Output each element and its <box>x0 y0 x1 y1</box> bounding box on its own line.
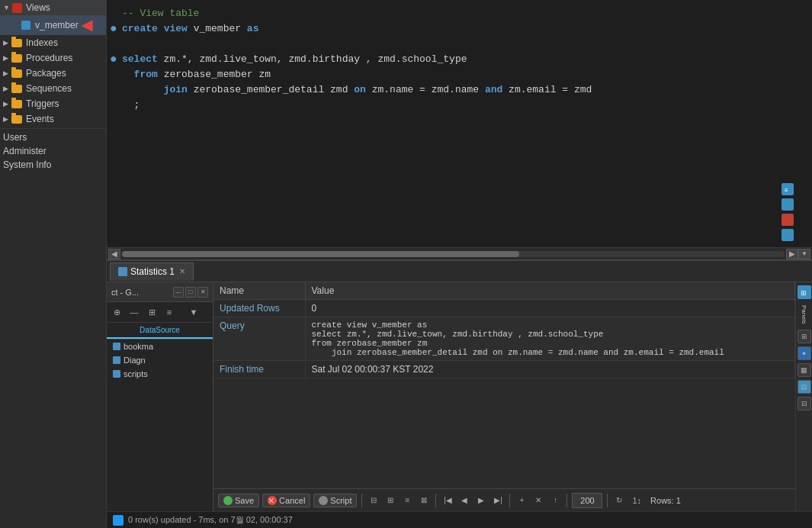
scroll-down-btn[interactable]: ▼ <box>798 249 810 259</box>
left-sub-item-bookma[interactable]: bookma <box>107 340 213 353</box>
nav-first-btn[interactable]: |◀ <box>441 494 454 507</box>
sidebar-views-label: Views <box>26 2 50 13</box>
code-content-4: select zm.*, zmd.live_town, zmd.birthday… <box>122 52 809 67</box>
finish-time-name: Finish time <box>213 361 305 378</box>
panel-minimize-btn[interactable]: — <box>173 287 184 298</box>
code-line-7: ; <box>110 98 809 113</box>
right-icon-2[interactable]: ⊞ <box>798 330 811 343</box>
save-label: Save <box>235 496 254 505</box>
sidebar-divider <box>0 128 106 129</box>
bottom-split: ct - G... — □ ✕ ⊕ — ⊞ ≡ <box>107 282 812 511</box>
nav-group-btn[interactable]: ≡ <box>400 494 414 507</box>
sidebar-item-packages[interactable]: ▶ Packages <box>0 66 106 81</box>
nav-add-btn[interactable]: + <box>515 494 528 507</box>
sidebar-item-triggers[interactable]: ▶ Triggers <box>0 96 106 111</box>
right-icon-5[interactable]: ▤ <box>798 380 811 394</box>
panel-maximize-btn[interactable]: □ <box>185 287 196 298</box>
sequences-icon <box>11 82 23 95</box>
scroll-left-arrow[interactable]: ◀ <box>108 249 120 259</box>
sidebar-item-vmember[interactable]: v_member ◀ <box>0 15 106 35</box>
script-label: Script <box>330 496 351 505</box>
procedures-icon <box>11 52 23 64</box>
editor-icon-3[interactable] <box>782 214 794 226</box>
sidebar-item-sequences[interactable]: ▶ Sequences <box>0 81 106 96</box>
tab-statistics[interactable]: Statistics 1 ✕ <box>110 262 194 281</box>
nav-refresh-btn[interactable]: ↻ <box>612 494 626 507</box>
tab-close-btn[interactable]: ✕ <box>179 267 185 275</box>
left-sub-item-diagn[interactable]: Diagn <box>107 353 213 367</box>
datasource-tab[interactable]: DataSource <box>107 323 213 339</box>
right-icon-4[interactable]: ▦ <box>798 363 811 377</box>
nav-up-btn[interactable]: ↑ <box>548 494 562 507</box>
cancel-label: Cancel <box>279 496 305 505</box>
scroll-track[interactable] <box>122 251 785 257</box>
sidebar-item-sysinfo[interactable]: System Info <box>0 158 106 172</box>
right-icon-1[interactable]: ⊞ <box>798 285 811 299</box>
code-editor[interactable]: -- View table ● create view v_member as … <box>107 0 812 247</box>
sub-btn-4[interactable]: ≡ <box>161 304 178 320</box>
status-text: 0 row(s) updated - 7ms, on 7월 02, 00:00:… <box>128 514 293 526</box>
sub-btn-3[interactable]: ⊞ <box>143 304 160 320</box>
expand-arrow8: ▶ <box>3 115 11 123</box>
sidebar-item-users[interactable]: Users <box>0 130 106 144</box>
sub-btn-2[interactable]: — <box>126 304 143 320</box>
table-header-row: Name Value <box>213 282 795 300</box>
bottom-left-panel: ct - G... — □ ✕ ⊕ — ⊞ ≡ <box>107 282 213 511</box>
sidebar-item-administer[interactable]: Administer <box>0 144 106 158</box>
sidebar-item-indexes[interactable]: ▶ Indexes <box>0 35 106 50</box>
status-icon <box>113 515 124 526</box>
right-panel-icons: ⊞ Panels ⊞ ● ▦ ▤ ⊟ <box>795 282 812 511</box>
code-content-2: create view v_member as <box>122 21 809 37</box>
finish-time-value: Sat Jul 02 00:00:37 KST 2022 <box>305 361 795 378</box>
rows-count-label: 1↕ <box>632 496 641 505</box>
code-line-5: from zerobase_member zm <box>110 67 809 82</box>
red-arrow-indicator: ◀ <box>82 17 92 34</box>
expand-arrow2 <box>12 21 20 29</box>
sub-btn-5[interactable]: ▼ <box>178 304 209 320</box>
sidebar-item-views[interactable]: ▼ Views <box>0 0 106 15</box>
table-row-query: Query create view v_member as select zm.… <box>213 317 795 361</box>
save-icon <box>223 496 233 505</box>
gutter-1 <box>110 6 122 8</box>
nav-sort-btn[interactable]: ⊞ <box>384 494 397 507</box>
updated-rows-value: 0 <box>305 300 795 317</box>
sidebar: ▼ Views v_member ◀ ▶ Indexes <box>0 0 107 528</box>
editor-icon-2[interactable] <box>782 198 794 211</box>
cancel-button[interactable]: ✕ Cancel <box>262 494 310 507</box>
rows-per-page-input[interactable] <box>572 493 602 508</box>
app: ▼ Views v_member ◀ ▶ Indexes <box>0 0 812 528</box>
right-icon-6[interactable]: ⊟ <box>798 397 811 410</box>
nav-last-btn[interactable]: ▶| <box>491 494 505 507</box>
editor-icon-1[interactable]: ≡ <box>782 183 794 195</box>
bottom-panel: Statistics 1 ✕ ct - G... — □ ✕ <box>107 259 812 511</box>
editor-icon-4[interactable] <box>782 229 794 241</box>
scroll-right-arrow[interactable]: ▶ <box>786 249 798 259</box>
nav-prev-btn[interactable]: ◀ <box>457 494 471 507</box>
nav-next-btn[interactable]: ▶ <box>474 494 488 507</box>
panel-close-btn[interactable]: ✕ <box>197 287 208 298</box>
left-sub-item-scripts[interactable]: scripts <box>107 367 213 381</box>
svg-text:≡: ≡ <box>785 187 788 193</box>
nav-filter-btn[interactable]: ⊟ <box>367 494 380 507</box>
status-bar: 0 row(s) updated - 7ms, on 7월 02, 00:00:… <box>107 511 812 528</box>
horizontal-scrollbar[interactable]: ◀ ▶ ▼ <box>107 247 812 259</box>
code-content-1: -- View table <box>122 6 809 21</box>
bookma-label: bookma <box>124 342 153 351</box>
rows-total-label: Rows: 1 <box>650 496 681 505</box>
sidebar-item-events[interactable]: ▶ Events <box>0 111 106 127</box>
sub-btn-1[interactable]: ⊕ <box>108 304 125 320</box>
sidebar-item-procedures[interactable]: ▶ Procedures <box>0 50 106 66</box>
nav-delete-btn[interactable]: ✕ <box>531 494 545 507</box>
script-button[interactable]: Script <box>313 494 357 507</box>
code-line-6: join zerobase_member_detail zmd on zm.na… <box>110 82 809 98</box>
panels-label: Panels <box>801 302 807 327</box>
save-button[interactable]: Save <box>218 494 259 507</box>
expand-arrow6: ▶ <box>3 85 11 92</box>
nav-columns-btn[interactable]: ⊠ <box>417 494 431 507</box>
right-icon-3[interactable]: ● <box>798 346 811 360</box>
bottom-right-panel: Name Value Updated Rows 0 <box>213 282 795 511</box>
indexes-icon <box>11 37 23 49</box>
sidebar-sequences-label: Sequences <box>26 83 72 94</box>
code-line-2: ● create view v_member as <box>110 21 809 37</box>
table-row-updated-rows: Updated Rows 0 <box>213 300 795 317</box>
